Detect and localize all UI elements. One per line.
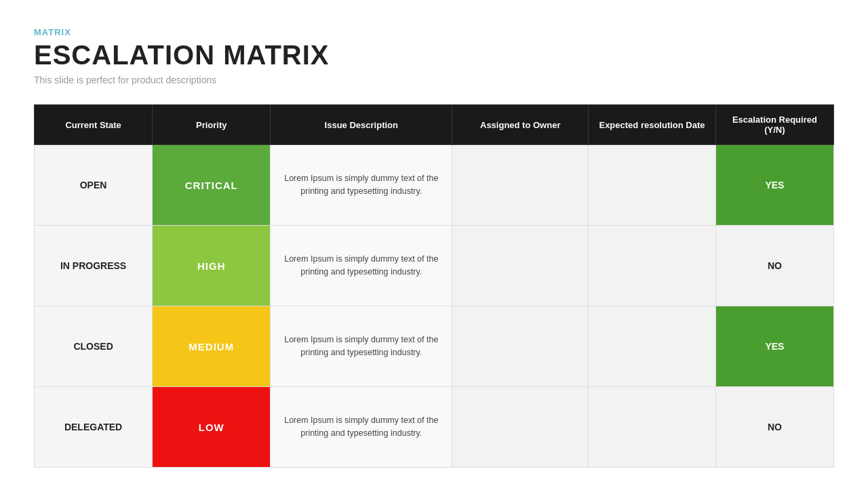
table-row: IN PROGRESSHIGHLorem Ipsum is simply dum… <box>35 226 834 306</box>
cell-priority: CRITICAL <box>153 145 271 226</box>
cell-resolution-date <box>589 145 716 226</box>
cell-current-state: OPEN <box>35 145 153 226</box>
col-header-escalation: Escalation Required (Y/N) <box>715 105 833 145</box>
cell-current-state: DELEGATED <box>35 387 153 468</box>
cell-escalation: YES <box>715 306 833 387</box>
cell-assigned-to <box>452 387 589 468</box>
cell-issue-description: Lorem Ipsum is simply dummy text of the … <box>271 387 452 468</box>
cell-priority: MEDIUM <box>153 306 271 387</box>
col-header-current-state: Current State <box>35 105 153 145</box>
col-header-resolution-date: Expected resolution Date <box>589 105 716 145</box>
label-matrix: MATRIX <box>34 27 834 37</box>
subtitle: This slide is perfect for product descri… <box>34 75 834 85</box>
cell-current-state: IN PROGRESS <box>35 226 153 306</box>
cell-assigned-to <box>452 226 589 306</box>
table-row: OPENCRITICALLorem Ipsum is simply dummy … <box>35 145 834 226</box>
cell-issue-description: Lorem Ipsum is simply dummy text of the … <box>271 226 452 306</box>
cell-assigned-to <box>452 306 589 387</box>
cell-current-state: CLOSED <box>35 306 153 387</box>
cell-issue-description: Lorem Ipsum is simply dummy text of the … <box>271 306 452 387</box>
table-row: DELEGATEDLOWLorem Ipsum is simply dummy … <box>35 387 834 468</box>
cell-resolution-date <box>589 306 716 387</box>
cell-resolution-date <box>589 387 716 468</box>
page-title: ESCALATION MATRIX <box>34 40 834 70</box>
table-row: CLOSEDMEDIUMLorem Ipsum is simply dummy … <box>35 306 834 387</box>
cell-escalation: NO <box>715 387 833 468</box>
col-header-priority: Priority <box>153 105 271 145</box>
cell-assigned-to <box>452 145 589 226</box>
cell-priority: HIGH <box>153 226 271 306</box>
cell-issue-description: Lorem Ipsum is simply dummy text of the … <box>271 145 452 226</box>
escalation-matrix-table: Current State Priority Issue Description… <box>34 104 834 468</box>
cell-resolution-date <box>589 226 716 306</box>
cell-escalation: YES <box>715 145 833 226</box>
cell-priority: LOW <box>153 387 271 468</box>
table-header-row: Current State Priority Issue Description… <box>35 105 834 145</box>
col-header-assigned-to: Assigned to Owner <box>452 105 589 145</box>
col-header-issue-description: Issue Description <box>271 105 452 145</box>
cell-escalation: NO <box>715 226 833 306</box>
